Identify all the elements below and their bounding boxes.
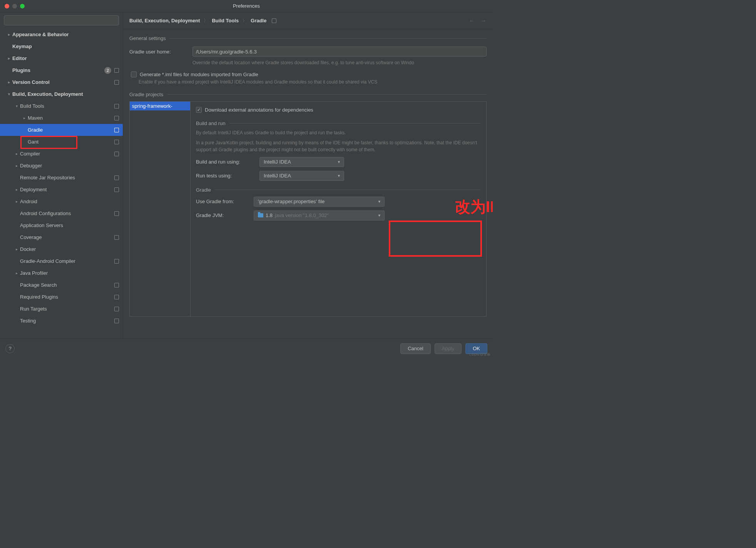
chevron-down-icon: ▾	[5, 92, 12, 96]
zoom-window-button[interactable]	[20, 4, 25, 8]
sidebar-item-label: Gradle-Android Compiler	[20, 258, 114, 264]
sidebar-item-docker[interactable]: ▸Docker	[0, 243, 123, 255]
section-general: General settings	[123, 33, 493, 43]
sidebar-item-plugins[interactable]: Plugins2	[0, 64, 123, 76]
project-scope-icon	[114, 319, 119, 323]
sidebar-item-android-configurations[interactable]: Android Configurations	[0, 207, 123, 219]
sidebar-item-required-plugins[interactable]: Required Plugins	[0, 291, 123, 303]
download-annotations-label: Download external annotations for depend…	[205, 107, 313, 113]
settings-scroll: General settings Gradle user home: Overr…	[123, 29, 493, 339]
help-button[interactable]: ?	[5, 344, 15, 353]
generate-iml-checkbox[interactable]	[131, 72, 137, 77]
gradle-home-input[interactable]	[192, 47, 487, 57]
sidebar-item-label: Package Search	[20, 282, 114, 288]
chevron-right-icon: ▸	[5, 32, 12, 37]
breadcrumb-part[interactable]: Build, Execution, Deployment	[129, 18, 200, 23]
sidebar: ▸Appearance & BehaviorKeymap▸EditorPlugi…	[0, 12, 123, 339]
chevron-right-icon: ▸	[13, 199, 20, 204]
gradle-jvm-dropdown[interactable]: 1.8 java version "1.8.0_302" ▼	[254, 211, 385, 221]
main-split: ▸Appearance & BehaviorKeymap▸EditorPlugi…	[0, 12, 493, 339]
sidebar-item-gradle[interactable]: Gradle	[0, 124, 123, 136]
sidebar-item-coverage[interactable]: Coverage	[0, 231, 123, 243]
chevron-right-icon: 〉	[243, 18, 247, 23]
tests-using-label: Run tests using:	[196, 173, 256, 179]
cancel-button[interactable]: Cancel	[400, 343, 430, 354]
project-scope-icon	[114, 128, 119, 132]
annotation-text: 改为IDEA	[455, 196, 493, 217]
project-scope-icon	[114, 295, 119, 299]
sidebar-item-keymap[interactable]: Keymap	[0, 40, 123, 52]
sidebar-item-label: Debugger	[20, 163, 119, 169]
sidebar-item-label: Plugins	[12, 67, 104, 73]
project-scope-icon	[114, 235, 119, 240]
dropdown-value: 'gradle-wrapper.properties' file	[258, 199, 324, 204]
chevron-down-icon: ▼	[337, 174, 341, 178]
sidebar-item-label: Android	[20, 199, 119, 204]
gradle-home-label: Gradle user home:	[129, 49, 187, 55]
sidebar-item-debugger[interactable]: ▸Debugger	[0, 160, 123, 172]
subsection-label: Build and run	[196, 120, 226, 126]
section-title-label: Gradle projects	[129, 92, 163, 97]
generate-iml-hint: Enable if you have a mixed project with …	[123, 79, 493, 89]
sidebar-item-editor[interactable]: ▸Editor	[0, 52, 123, 64]
sidebar-item-run-targets[interactable]: Run Targets	[0, 303, 123, 315]
sidebar-item-label: Gradle	[28, 127, 114, 133]
dialog-footer: ? Cancel Apply OK	[0, 339, 493, 358]
nav-back-button[interactable]: ←	[469, 17, 475, 24]
count-badge: 2	[104, 67, 111, 74]
sidebar-item-package-search[interactable]: Package Search	[0, 279, 123, 291]
search-input[interactable]	[4, 15, 119, 25]
project-scope-icon	[114, 211, 119, 216]
download-annotations-checkbox[interactable]	[196, 107, 202, 113]
project-scope-icon	[114, 152, 119, 156]
gradle-project-item[interactable]: spring-framework-	[130, 102, 190, 110]
sidebar-item-label: Java Profiler	[20, 270, 119, 276]
gradle-jvm-label: Gradle JVM:	[196, 212, 250, 218]
section-title-label: General settings	[129, 35, 166, 41]
project-scope-icon	[114, 307, 119, 311]
tests-using-dropdown[interactable]: IntelliJ IDEA ▼	[259, 171, 344, 181]
sidebar-item-label: Appearance & Behavior	[12, 32, 119, 37]
subsection-build-run: Build and run	[196, 120, 481, 126]
jvm-detail: java version "1.8.0_302"	[275, 212, 329, 218]
gradle-from-dropdown[interactable]: 'gradle-wrapper.properties' file ▼	[254, 197, 385, 207]
sidebar-item-label: Maven	[28, 115, 114, 121]
sidebar-item-label: Docker	[20, 246, 119, 252]
sidebar-item-build-execution-deployment[interactable]: ▾Build, Execution, Deployment	[0, 88, 123, 100]
chevron-right-icon: ▸	[13, 187, 20, 192]
sidebar-item-version-control[interactable]: ▸Version Control	[0, 76, 123, 88]
subsection-gradle: Gradle	[196, 187, 481, 193]
sidebar-item-remote-jar-repositories[interactable]: Remote Jar Repositories	[0, 172, 123, 184]
build-using-dropdown[interactable]: IntelliJ IDEA ▼	[259, 157, 344, 167]
chevron-right-icon: ▸	[13, 271, 20, 275]
sidebar-item-testing[interactable]: Testing	[0, 315, 123, 327]
sidebar-item-build-tools[interactable]: ▾Build Tools	[0, 100, 123, 112]
watermark: CSDN @宜春	[469, 352, 490, 357]
sidebar-item-label: Deployment	[20, 187, 114, 192]
titlebar: Preferences	[0, 0, 493, 12]
close-window-button[interactable]	[5, 4, 9, 8]
chevron-right-icon: ▸	[13, 164, 20, 168]
apply-button[interactable]: Apply	[435, 343, 462, 354]
sidebar-item-gant[interactable]: Gant	[0, 136, 123, 148]
sidebar-item-label: Run Targets	[20, 306, 114, 312]
sidebar-item-deployment[interactable]: ▸Deployment	[0, 184, 123, 195]
build-using-label: Build and run using:	[196, 159, 256, 165]
sidebar-item-application-servers[interactable]: Application Servers	[0, 219, 123, 231]
nav-forward-button[interactable]: →	[480, 17, 487, 24]
chevron-down-icon: ▼	[378, 214, 381, 217]
minimize-window-button[interactable]	[12, 4, 17, 8]
sidebar-item-appearance-behavior[interactable]: ▸Appearance & Behavior	[0, 28, 123, 40]
sidebar-item-android[interactable]: ▸Android	[0, 195, 123, 207]
breadcrumb-part[interactable]: Gradle	[251, 18, 266, 23]
sidebar-item-java-profiler[interactable]: ▸Java Profiler	[0, 267, 123, 279]
chevron-right-icon: ▸	[5, 56, 12, 60]
gradle-project-list: spring-framework-	[130, 102, 191, 316]
sidebar-item-compiler[interactable]: ▸Compiler	[0, 148, 123, 160]
breadcrumb: Build, Execution, Deployment 〉 Build Too…	[123, 12, 493, 29]
sidebar-item-maven[interactable]: ▸Maven	[0, 112, 123, 124]
sidebar-item-gradle-android-compiler[interactable]: Gradle-Android Compiler	[0, 255, 123, 267]
project-scope-icon	[114, 259, 119, 264]
breadcrumb-part[interactable]: Build Tools	[212, 18, 239, 23]
dropdown-value: IntelliJ IDEA	[264, 173, 291, 179]
